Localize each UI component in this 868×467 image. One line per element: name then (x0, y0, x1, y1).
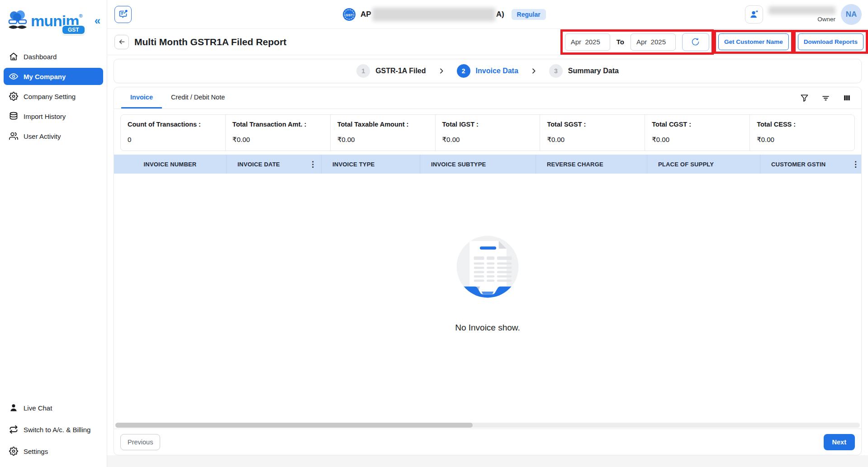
avatar[interactable]: NA (841, 4, 862, 25)
swap-icon (9, 425, 18, 434)
sort-lines-icon[interactable] (821, 94, 830, 102)
back-button[interactable] (114, 35, 129, 49)
chevron-right-icon (530, 67, 537, 75)
column-label: INVOICE NUMBER (144, 161, 197, 168)
summary-value: ₹0.00 (442, 136, 533, 144)
funnel-filter-icon[interactable] (800, 94, 809, 102)
sidebar-item-my-company[interactable]: My Company (4, 68, 103, 85)
horizontal-scrollbar[interactable] (115, 423, 860, 428)
summary-value: ₹0.00 (232, 136, 323, 144)
date-range-annotation-box: To (560, 29, 714, 55)
summary-total-cgst: Total CGST : ₹0.00 (645, 115, 749, 151)
company-type-badge: Regular (512, 9, 546, 20)
company-name-redacted (372, 8, 495, 21)
date-to-input[interactable] (631, 33, 676, 51)
refresh-button[interactable] (682, 33, 709, 51)
sidebar-item-import-history[interactable]: Import History (4, 108, 103, 125)
column-label: REVERSE CHARGE (547, 161, 603, 168)
previous-button[interactable]: Previous (120, 434, 160, 450)
tab-credit-debit-note[interactable]: Credit / Debit Note (162, 87, 234, 108)
column-customer-gstin[interactable]: CUSTOMER GSTIN (760, 155, 861, 174)
database-icon (9, 112, 18, 121)
next-button[interactable]: Next (824, 434, 855, 450)
summary-value: ₹0.00 (652, 136, 743, 144)
table-tools (800, 87, 851, 108)
switch-user-button[interactable] (745, 5, 763, 24)
column-place-of-supply[interactable]: PLACE OF SUPPLY (647, 155, 760, 174)
logo-registered-mark: ® (79, 13, 82, 19)
sidebar-item-dashboard[interactable]: Dashboard (4, 48, 103, 65)
step-label: Invoice Data (476, 67, 518, 75)
summary-strip: Count of Transactions : 0 Total Transact… (120, 114, 855, 151)
feedback-button[interactable] (114, 6, 132, 23)
summary-count-of-transactions: Count of Transactions : 0 (121, 115, 225, 151)
download-reports-button[interactable]: Download Reports (798, 33, 863, 50)
company-selector[interactable]: GST AP A) Regular (342, 0, 546, 29)
munim-mascot-icon (7, 10, 28, 32)
sidebar-menu: Dashboard My Company Company Setting Imp… (0, 48, 107, 145)
table-menu-kebab-icon[interactable]: ⋮ (852, 160, 859, 168)
gst-stamp-icon: GST (342, 8, 356, 21)
step-label: Summary Data (568, 67, 619, 75)
company-name: AP A) (360, 8, 504, 21)
step-gstr1a-filed[interactable]: 1 GSTR-1A Filed (356, 64, 426, 78)
step-number: 3 (549, 64, 563, 78)
summary-total-igst: Total IGST : ₹0.00 (435, 115, 540, 151)
summary-total-sgst: Total SGST : ₹0.00 (540, 115, 645, 151)
sidebar-item-settings[interactable]: Settings (4, 443, 103, 460)
column-invoice-subtype[interactable]: INVOICE SUBTYPE (420, 155, 536, 174)
arrow-left-icon (118, 38, 126, 46)
step-label: GSTR-1A Filed (375, 67, 426, 75)
logo-row: munim® GST « (0, 0, 107, 36)
sidebar-item-company-setting[interactable]: Company Setting (4, 88, 103, 105)
empty-invoice-illustration (453, 232, 522, 301)
column-invoice-number[interactable]: INVOICE NUMBER (114, 155, 226, 174)
card-footer: Previous Next (114, 429, 861, 455)
gear-icon (9, 92, 18, 101)
column-label: INVOICE TYPE (332, 161, 375, 168)
summary-value: ₹0.00 (547, 136, 638, 144)
get-customer-name-button[interactable]: Get Customer Name (718, 33, 789, 50)
horizontal-scrollbar-thumb[interactable] (115, 423, 473, 428)
sidebar-collapse-icon[interactable]: « (95, 15, 100, 26)
date-to-label: To (614, 38, 627, 46)
column-menu-kebab-icon[interactable]: ⋮ (309, 160, 317, 168)
date-from-input[interactable] (565, 33, 610, 51)
eye-icon (9, 72, 18, 81)
sidebar-item-label: Import History (24, 113, 66, 120)
empty-state: No Invoice show. (114, 174, 861, 423)
report-card: Invoice Credit / Debit Note Count of Tra… (114, 87, 862, 455)
user-name-redacted (768, 6, 835, 14)
column-label: PLACE OF SUPPLY (658, 161, 714, 168)
main-area: GST AP A) Regular Owner NA (107, 0, 868, 467)
column-invoice-date[interactable]: INVOICE DATE⋮ (226, 155, 321, 174)
summary-total-taxable-amount: Total Taxable Amount : ₹0.00 (330, 115, 435, 151)
tab-invoice[interactable]: Invoice (121, 87, 162, 108)
sidebar-item-user-activity[interactable]: User Activity (4, 127, 103, 145)
get-customer-annotation-box: Get Customer Name (714, 30, 793, 54)
step-summary-data[interactable]: 3 Summary Data (549, 64, 619, 78)
summary-label: Count of Transactions : (128, 121, 218, 128)
sidebar-item-label: Settings (24, 448, 48, 455)
company-name-suffix: A) (496, 10, 504, 19)
sidebar-item-label: Company Setting (24, 93, 76, 100)
column-reverse-charge[interactable]: REVERSE CHARGE (536, 155, 647, 174)
sidebar-footer: Live Chat Switch to A/c. & Billing Setti… (0, 399, 107, 467)
header-controls: To Get Customer Name Download Reports (560, 29, 868, 55)
users-icon (9, 132, 18, 141)
summary-value: ₹0.00 (757, 136, 848, 144)
step-number: 1 (356, 64, 370, 78)
column-invoice-type[interactable]: INVOICE TYPE (321, 155, 420, 174)
stepper: 1 GSTR-1A Filed 2 Invoice Data 3 Summary… (114, 59, 862, 83)
tabs-row: Invoice Credit / Debit Note (114, 87, 861, 109)
sidebar-item-switch-billing[interactable]: Switch to A/c. & Billing (4, 421, 103, 438)
table-header: INVOICE NUMBER INVOICE DATE⋮ INVOICE TYP… (114, 155, 861, 174)
summary-label: Total SGST : (547, 121, 638, 128)
step-invoice-data[interactable]: 2 Invoice Data (457, 64, 518, 78)
columns-icon[interactable] (843, 94, 851, 102)
summary-value: ₹0.00 (337, 136, 428, 144)
empty-state-message: No Invoice show. (455, 323, 520, 333)
sidebar: munim® GST « Dashboard My Company Compan… (0, 0, 107, 467)
person-icon (9, 403, 18, 412)
sidebar-item-live-chat[interactable]: Live Chat (4, 399, 103, 416)
